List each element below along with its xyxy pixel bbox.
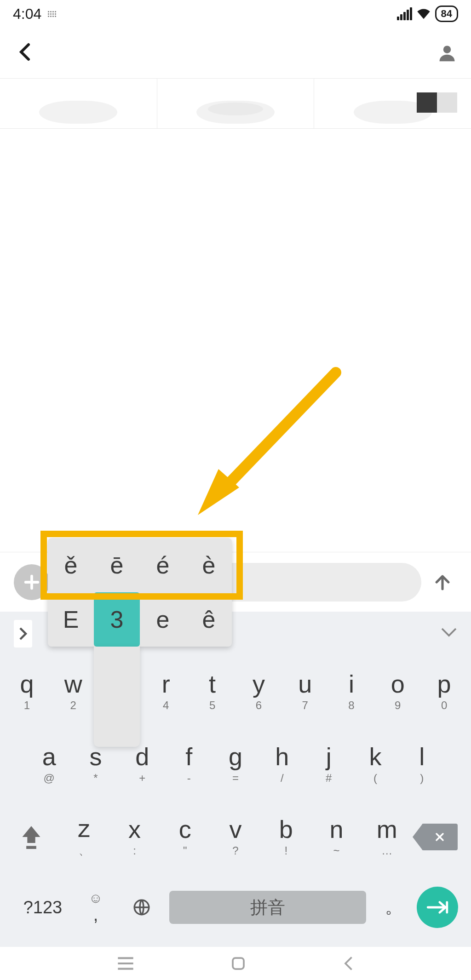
status-left: 4:04 [13, 6, 56, 23]
symbols-key[interactable]: ?123 [13, 898, 73, 917]
nav-recents-icon[interactable] [116, 956, 135, 971]
enter-icon [426, 899, 448, 916]
emoji-key[interactable]: ☺ , [73, 877, 119, 937]
system-nav-bar [0, 947, 471, 980]
keyboard-row: ?123 ☺ , 拼音 。 [4, 877, 467, 937]
key-x[interactable]: x: [109, 805, 160, 869]
key-n[interactable]: n~ [311, 805, 362, 869]
key-f[interactable]: f- [166, 732, 212, 797]
plus-icon [23, 573, 41, 591]
shift-icon [19, 824, 43, 850]
accent-option[interactable]: ê [186, 592, 232, 647]
accent-option[interactable]: ě [48, 538, 94, 592]
shift-key[interactable] [4, 809, 59, 865]
status-bar: 4:04 84 [0, 0, 471, 28]
key-y[interactable]: y6 [236, 659, 282, 724]
key-u[interactable]: u7 [282, 659, 328, 724]
key-h[interactable]: h/ [259, 732, 305, 797]
key-t[interactable]: t5 [189, 659, 236, 724]
chevron-right-icon [18, 627, 28, 641]
status-right: 84 [397, 6, 458, 22]
svg-point-0 [443, 46, 451, 53]
accent-option[interactable]: e [140, 592, 186, 647]
language-key[interactable] [119, 877, 165, 937]
chevron-down-icon [441, 627, 457, 638]
content-area [0, 129, 471, 529]
nav-home-icon[interactable] [230, 955, 247, 972]
svg-rect-5 [233, 958, 244, 969]
chevron-left-icon [14, 41, 36, 63]
key-w[interactable]: w2 [50, 659, 97, 724]
key-m[interactable]: m… [362, 805, 412, 869]
tab-item[interactable] [0, 79, 157, 128]
keyboard-row: a@ s* d+ f- g= h/ j# k( l) [4, 732, 467, 797]
key-g[interactable]: g= [212, 732, 258, 797]
category-tabs [0, 78, 471, 129]
battery-indicator: 84 [435, 6, 458, 22]
key-b[interactable]: b! [261, 805, 311, 869]
tab-item[interactable] [314, 79, 471, 128]
signal-icon [397, 7, 412, 20]
period-key[interactable]: 。 [371, 877, 417, 937]
key-o[interactable]: o9 [374, 659, 421, 724]
key-z[interactable]: z、 [59, 805, 109, 869]
enter-key[interactable] [417, 887, 458, 928]
accent-option[interactable]: ē [94, 538, 140, 592]
accent-option[interactable]: è [186, 538, 232, 592]
backspace-key[interactable] [412, 809, 467, 865]
accent-popup: ě ē é è E 3 e ê [48, 538, 232, 647]
expand-suggestions-button[interactable] [14, 620, 32, 648]
keyboard-row: z、 x: c" v? b! n~ m… [4, 805, 467, 869]
app-header [0, 28, 471, 78]
key-a[interactable]: a@ [26, 732, 72, 797]
globe-icon [132, 898, 151, 917]
popup-stem [94, 647, 140, 747]
keyboard-indicator-icon [48, 11, 56, 17]
key-q[interactable]: q1 [4, 659, 50, 724]
key-l[interactable]: l) [399, 732, 445, 797]
key-r[interactable]: r4 [143, 659, 189, 724]
nav-back-icon[interactable] [342, 955, 355, 972]
key-p[interactable]: p0 [421, 659, 467, 724]
accent-option[interactable]: é [140, 538, 186, 592]
arrow-up-icon [432, 572, 453, 592]
key-j[interactable]: j# [305, 732, 352, 797]
keyboard-row: q1 w2 e3 r4 t5 y6 u7 i8 o9 p0 [4, 659, 467, 724]
key-k[interactable]: k( [352, 732, 398, 797]
accent-option[interactable]: E [48, 592, 94, 647]
key-c[interactable]: c" [160, 805, 210, 869]
status-time: 4:04 [13, 6, 41, 23]
soft-keyboard: q1 w2 e3 r4 t5 y6 u7 i8 o9 p0 a@ s* d+ f… [0, 612, 471, 947]
accent-option-selected[interactable]: 3 [94, 592, 140, 647]
back-button[interactable] [14, 41, 36, 65]
profile-icon[interactable] [437, 43, 457, 63]
spacebar[interactable]: 拼音 [169, 891, 366, 924]
svg-rect-3 [26, 846, 36, 849]
key-i[interactable]: i8 [328, 659, 375, 724]
collapse-keyboard-button[interactable] [441, 627, 457, 640]
tab-item[interactable] [157, 79, 315, 128]
add-button[interactable] [14, 564, 50, 600]
wifi-icon [417, 8, 431, 19]
key-v[interactable]: v? [210, 805, 261, 869]
backspace-icon [422, 824, 458, 850]
emoji-icon: ☺ [89, 890, 103, 906]
send-up-button[interactable] [431, 570, 454, 594]
